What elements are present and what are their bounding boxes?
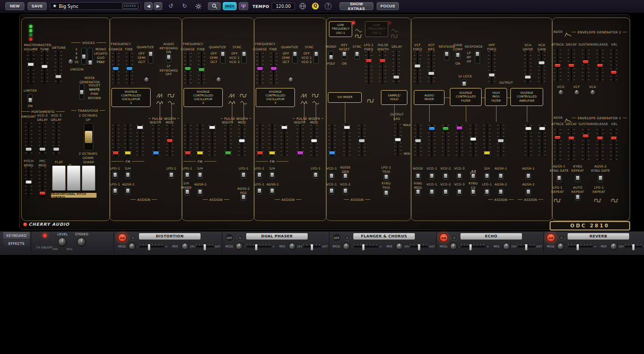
next-preset-button[interactable]: ▶ xyxy=(154,2,162,10)
globe-icon[interactable] xyxy=(298,3,307,12)
tuning-fork-button[interactable]: Ψ xyxy=(239,2,248,10)
favorite-star-icon[interactable]: ★ xyxy=(53,4,57,8)
undo-icon[interactable]: ↺ xyxy=(167,2,175,10)
model-badge: ODC 2810 xyxy=(550,221,630,231)
plugin-window: { "toolbar": { "new": "NEW", "save": "SA… xyxy=(0,0,644,354)
cherry-audio-logo: CHERRY AUDIO xyxy=(23,222,69,227)
settings-gear-icon[interactable] xyxy=(194,3,203,12)
midi-button[interactable]: MIDI xyxy=(223,2,237,10)
new-button[interactable]: NEW xyxy=(5,2,24,10)
edited-badge: EDITED xyxy=(122,3,138,9)
preset-name: Big Sync xyxy=(59,4,120,9)
effects-bar xyxy=(0,231,644,255)
show-extras-button[interactable]: SHOW EXTRAS xyxy=(340,2,373,10)
cherry-icon xyxy=(23,223,27,226)
focus-button[interactable]: FOCUS xyxy=(377,2,399,10)
tempo-value[interactable]: 120.00 xyxy=(272,3,295,10)
cherry-audio-logo-text: CHERRY AUDIO xyxy=(29,222,69,227)
app-toolbar: NEW SAVE ★ Big Sync EDITED ◀ ▶ ↺ ↻ MIDI … xyxy=(0,0,644,13)
synth-panel xyxy=(19,14,630,230)
preset-selector[interactable]: ★ Big Sync EDITED xyxy=(50,2,141,10)
zoom-button[interactable] xyxy=(208,2,221,10)
prev-preset-button[interactable]: ◀ xyxy=(144,2,153,10)
tempo-label: TEMPO xyxy=(253,4,269,9)
quick-assign-badge[interactable]: Q xyxy=(312,3,319,10)
magnifier-icon xyxy=(212,3,217,9)
redo-icon[interactable]: ↻ xyxy=(180,2,189,10)
save-button[interactable]: SAVE xyxy=(28,2,47,10)
help-icon[interactable]: ? xyxy=(325,3,332,10)
